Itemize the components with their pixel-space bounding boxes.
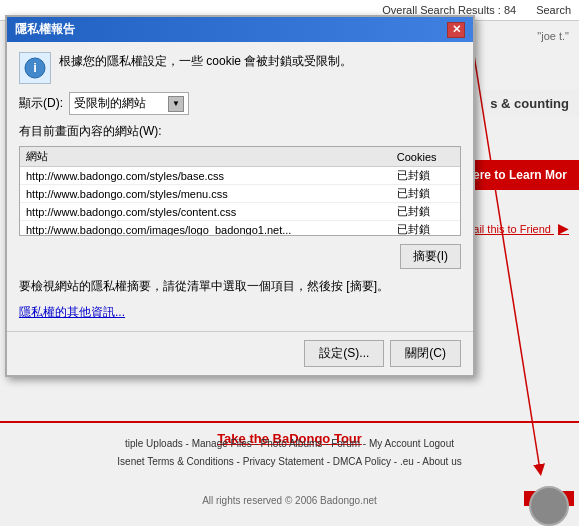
- arrow-right-icon: ▶: [558, 220, 569, 236]
- status-cell: 已封鎖: [391, 167, 460, 185]
- dialog-intro-text: 根據您的隱私權設定，一些 cookie 會被封鎖或受限制。: [59, 52, 352, 70]
- tested-circle: [529, 486, 569, 526]
- site-cell: http://www.badongo.com/styles/menu.css: [20, 185, 391, 203]
- dialog-intro-row: i 根據您的隱私權設定，一些 cookie 會被封鎖或受限制。: [19, 52, 461, 84]
- col-header-site: 網站: [20, 147, 391, 167]
- current-sites-label: 有目前畫面內容的網站(W):: [19, 123, 461, 140]
- show-dropdown-value: 受限制的網站: [74, 95, 146, 112]
- show-label: 顯示(D):: [19, 95, 63, 112]
- site-cell: http://www.badongo.com/images/logo_badon…: [20, 221, 391, 237]
- search-label: Search: [536, 4, 571, 16]
- dialog-footer: 設定(S)... 關閉(C): [7, 331, 473, 375]
- dropdown-arrow-icon: ▼: [168, 96, 184, 112]
- col-header-cookies: Cookies: [391, 147, 460, 167]
- dialog-show-row: 顯示(D): 受限制的網站 ▼: [19, 92, 461, 115]
- learn-more-button[interactable]: ere to Learn Mor: [461, 160, 579, 190]
- counting-text: s & counting: [480, 90, 579, 117]
- site-cell: http://www.badongo.com/styles/content.cs…: [20, 203, 391, 221]
- search-value: "joe t.": [537, 30, 569, 42]
- svg-text:i: i: [33, 60, 37, 75]
- dialog-body: i 根據您的隱私權設定，一些 cookie 會被封鎖或受限制。 顯示(D): 受…: [7, 42, 473, 331]
- footer-links-line2: Isenet Terms & Conditions - Privacy Stat…: [0, 453, 579, 471]
- dialog-title: 隱私權報告: [15, 21, 75, 38]
- summary-button-label: 摘要(I): [413, 248, 448, 265]
- table-row[interactable]: http://www.badongo.com/images/logo_badon…: [20, 221, 460, 237]
- status-cell: 已封鎖: [391, 221, 460, 237]
- table-row[interactable]: http://www.badongo.com/styles/base.css已封…: [20, 167, 460, 185]
- privacy-dialog: 隱私權報告 ✕ i 根據您的隱私權設定，一些 cookie 會被封鎖或受限制。 …: [5, 15, 475, 377]
- footer-links-line1: tiple Uploads - Manage Files - Photo Alb…: [0, 435, 579, 453]
- table-row[interactable]: http://www.badongo.com/styles/menu.css已封…: [20, 185, 460, 203]
- privacy-dialog-overlay: 隱私權報告 ✕ i 根據您的隱私權設定，一些 cookie 會被封鎖或受限制。 …: [5, 15, 475, 377]
- search-area: "joe t.": [537, 30, 569, 42]
- copyright-text: All rights reserved © 2006 Badongo.net: [0, 495, 579, 506]
- dialog-titlebar: 隱私權報告 ✕: [7, 17, 473, 42]
- status-cell: 已封鎖: [391, 203, 460, 221]
- dialog-info-text: 要檢視網站的隱私權摘要，請從清單中選取一個項目，然後按 [摘要]。: [19, 277, 461, 296]
- close-dialog-button[interactable]: 關閉(C): [390, 340, 461, 367]
- sites-table-container: 網站 Cookies http://www.badongo.com/styles…: [19, 146, 461, 236]
- summary-row: 摘要(I): [19, 244, 461, 269]
- privacy-info-link[interactable]: 隱私權的其他資訊...: [19, 305, 125, 319]
- status-cell: 已封鎖: [391, 185, 460, 203]
- privacy-icon: i: [19, 52, 51, 84]
- footer-links: tiple Uploads - Manage Files - Photo Alb…: [0, 435, 579, 471]
- sites-table: 網站 Cookies http://www.badongo.com/styles…: [20, 147, 460, 236]
- site-cell: http://www.badongo.com/styles/base.css: [20, 167, 391, 185]
- dialog-close-button[interactable]: ✕: [447, 22, 465, 38]
- show-dropdown[interactable]: 受限制的網站 ▼: [69, 92, 189, 115]
- table-row[interactable]: http://www.badongo.com/styles/content.cs…: [20, 203, 460, 221]
- summary-button[interactable]: 摘要(I): [400, 244, 461, 269]
- settings-button[interactable]: 設定(S)...: [304, 340, 384, 367]
